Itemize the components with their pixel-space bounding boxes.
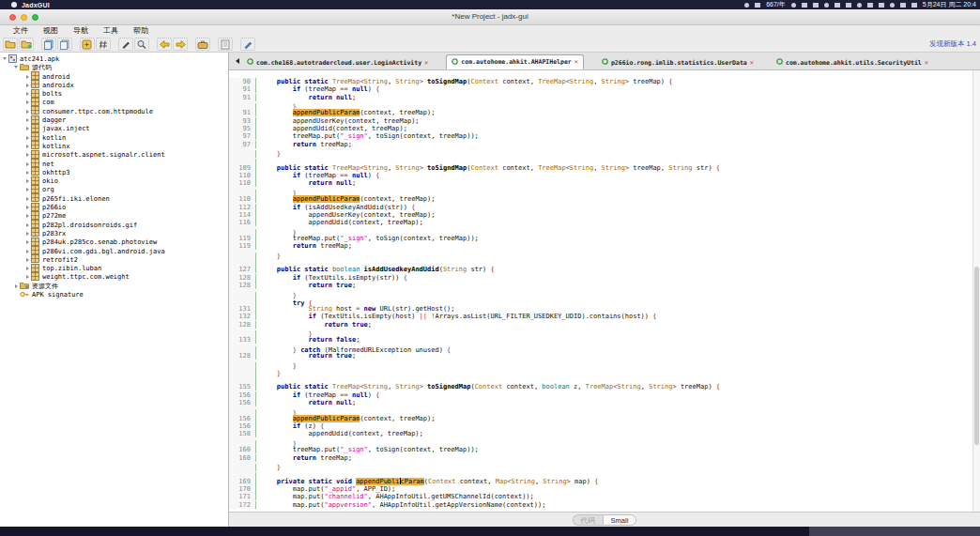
menu-item-3[interactable]: 工具	[96, 25, 126, 37]
deobfuscation-button[interactable]	[195, 38, 210, 51]
code-line[interactable]: 95 appendUdid(context, treeMap);	[229, 125, 972, 132]
status-icon[interactable]	[879, 3, 884, 8]
status-icon[interactable]	[813, 3, 819, 8]
code-line[interactable]: 91 return null;	[229, 94, 972, 101]
tree-expander-icon[interactable]	[24, 143, 31, 151]
code-line[interactable]: }	[229, 148, 972, 156]
tree-expander-icon[interactable]	[13, 64, 20, 72]
status-icon[interactable]	[744, 3, 749, 8]
code-line[interactable]: }	[229, 329, 972, 336]
tree-expander-icon[interactable]	[24, 90, 31, 99]
code-line[interactable]	[229, 375, 972, 383]
code-line[interactable]: 93 appendUserKey(context, treeMap);	[229, 117, 972, 125]
code-line[interactable]: 160 treeMap.put("_sign", toSign(context,…	[229, 446, 972, 453]
tab-close-icon[interactable]: ✕	[925, 59, 928, 67]
smali-view-button[interactable]: Smali	[603, 514, 637, 526]
code-line[interactable]: 109 public static TreeMap<String, String…	[229, 164, 972, 172]
tree-expander-icon[interactable]	[24, 161, 31, 169]
code-line[interactable]: }	[229, 289, 972, 297]
code-line[interactable]: 169 private static void appendPublicPara…	[229, 478, 972, 485]
status-icon[interactable]	[846, 3, 851, 8]
code-line[interactable]: }	[229, 368, 972, 375]
editor-scrollbar-thumb[interactable]	[974, 267, 979, 445]
code-line[interactable]: 110 return null;	[229, 179, 972, 187]
code-line[interactable]: 119 treeMap.put("_sign", toSign(context,…	[229, 235, 972, 242]
code-line[interactable]: 155 public static TreeMap<String, String…	[229, 383, 972, 391]
code-line[interactable]: 128 return true;	[229, 282, 972, 289]
window-titlebar[interactable]: *New Project - jadx-gui	[0, 9, 980, 25]
code-line[interactable]: 156 if (z) {	[229, 422, 972, 430]
editor-tab-1[interactable]: com.autohome.ahkit.AHAPIHelper✕	[446, 54, 584, 69]
menu-item-4[interactable]: 帮助	[126, 25, 156, 37]
tree-expander-icon[interactable]	[24, 195, 31, 204]
code-line[interactable]: 131 String host = new URL(str).getHost()…	[229, 305, 972, 313]
tree-expander-icon[interactable]	[24, 222, 31, 230]
tree-expander-icon[interactable]	[24, 73, 31, 82]
add-files-button[interactable]	[19, 38, 34, 51]
save-all-button[interactable]	[41, 38, 56, 51]
code-line[interactable]	[229, 469, 972, 477]
tab-close-icon[interactable]: ✕	[750, 59, 754, 67]
text-search-button[interactable]	[118, 38, 133, 51]
tree-expander-icon[interactable]	[24, 125, 31, 133]
export-button[interactable]	[57, 38, 72, 51]
code-view-button[interactable]: 代码	[573, 514, 603, 526]
status-icon[interactable]	[911, 3, 917, 8]
tree-expander-icon[interactable]	[24, 230, 31, 238]
tree-expander-icon[interactable]	[24, 265, 31, 273]
code-line[interactable]: 128 return true;	[229, 321, 972, 329]
status-icon[interactable]	[791, 3, 796, 8]
code-line[interactable]: 116 appendUdid(context, treeMap);	[229, 219, 972, 226]
tree-expander-icon[interactable]	[24, 116, 31, 125]
code-line[interactable]: }	[229, 406, 972, 414]
code-line[interactable]: 119 return treeMap;	[229, 242, 972, 250]
code-line[interactable]: 133 return false;	[229, 336, 972, 344]
code-line[interactable]: 91 if (treeMap == null) {	[229, 85, 972, 93]
code-line[interactable]: 158 appendUdid(context, treeMap);	[229, 430, 972, 437]
status-icon[interactable]	[835, 3, 840, 8]
code-line[interactable]: 114 appendUserKey(context, treeMap);	[229, 211, 972, 219]
code-line[interactable]: try {	[229, 298, 972, 305]
menubar-app-name[interactable]: JadxGUI	[22, 2, 50, 8]
code-line[interactable]: 90 public static TreeMap<String, String>…	[229, 78, 972, 85]
editor-tab-2[interactable]: p266io.rong.imlib.statistics.UserData✕	[597, 55, 758, 69]
apple-menu-icon[interactable]	[11, 2, 17, 8]
status-icon[interactable]	[900, 3, 906, 8]
code-line[interactable]: 128 if (TextUtils.isEmpty(str)) {	[229, 274, 972, 282]
tree-expander-icon[interactable]	[24, 204, 31, 212]
code-line[interactable]: }	[229, 188, 972, 195]
nav-back-button[interactable]	[157, 38, 172, 51]
editor-tab-3[interactable]: com.autohome.ahkit.utils.SecurityUtil✕	[772, 55, 933, 69]
code-line[interactable]	[229, 258, 972, 266]
code-line[interactable]: 110 if (treeMap == null) {	[229, 172, 972, 179]
status-icon[interactable]	[890, 3, 895, 8]
flatten-packages-button[interactable]	[96, 38, 111, 51]
tree-expander-icon[interactable]	[24, 99, 31, 107]
status-icon[interactable]	[755, 3, 760, 8]
tree-item-26[interactable]: 资源文件	[0, 283, 228, 291]
status-icon[interactable]	[857, 3, 862, 8]
code-line[interactable]	[229, 156, 972, 163]
tree-expander-icon[interactable]	[24, 108, 31, 116]
code-line[interactable]: 156 appendPublicParam(context, treeMap);	[229, 415, 972, 422]
code-line[interactable]: }	[229, 360, 972, 367]
tree-expander-icon[interactable]	[24, 177, 31, 186]
tree-expander-icon[interactable]	[24, 212, 31, 221]
code-line[interactable]: }	[229, 227, 972, 235]
code-line[interactable]: }	[229, 251, 972, 258]
code-line[interactable]: 110 appendPublicParam(context, treeMap);	[229, 195, 972, 203]
menu-item-2[interactable]: 导航	[66, 25, 96, 37]
tree-expander-icon[interactable]	[24, 169, 31, 177]
tree-expander-icon[interactable]	[24, 238, 31, 247]
tree-expander-icon[interactable]	[24, 151, 31, 160]
code-line[interactable]: 132 if (TextUtils.isEmpty(host) || !Arra…	[229, 313, 972, 320]
tree-item-25[interactable]: weight.ttpc.com.weight	[0, 273, 228, 282]
menubar-clock[interactable]: 5月24日 周二 20:4	[923, 0, 976, 9]
menu-item-1[interactable]: 视图	[36, 25, 66, 37]
code-line[interactable]: 172 map.put("appversion", AHAppInfoUtil.…	[229, 501, 972, 509]
code-line[interactable]: 91 appendPublicParam(context, treeMap);	[229, 109, 972, 116]
update-link[interactable]: 发现新版本 1.4	[929, 39, 976, 49]
code-line[interactable]: 156 if (treeMap == null) {	[229, 391, 972, 399]
code-line[interactable]: 97 treeMap.put("_sign", toSign(context, …	[229, 132, 972, 140]
code-line[interactable]: 127 public static boolean isAddUsedkeyAn…	[229, 266, 972, 273]
